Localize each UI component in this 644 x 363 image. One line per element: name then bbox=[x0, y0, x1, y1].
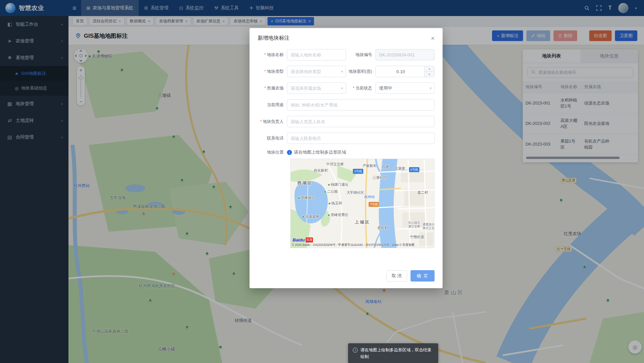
field-label-type: 地块类型 bbox=[258, 69, 287, 74]
modal-map-label: 双峰插云 bbox=[298, 196, 315, 200]
modal-map-label: 西湖区 bbox=[298, 180, 313, 186]
modal-map-label: 杭州站 bbox=[364, 195, 375, 199]
cancel-button[interactable]: 取 消 bbox=[386, 270, 408, 282]
modal-map-label: 钱塘门遗址 bbox=[328, 182, 348, 187]
confirm-button[interactable]: 确 定 bbox=[411, 270, 435, 282]
poi-dot-icon bbox=[328, 184, 330, 186]
field-label-status: 当前状态 bbox=[346, 86, 375, 91]
toast-text: 请在地图上绘制多边形区域，双击结束绘制 bbox=[360, 347, 434, 360]
location-hint: i 请在地图上绘制多边形区域 bbox=[287, 149, 346, 155]
metro-line-badge: 2号线 bbox=[353, 169, 363, 174]
parcel-code-input bbox=[375, 49, 435, 60]
field-label-usage: 当前用途 bbox=[258, 103, 287, 108]
modal-footer: 取 消 确 定 bbox=[258, 265, 435, 282]
close-icon[interactable]: × bbox=[431, 35, 435, 41]
modal-map-label: 钱王祠 bbox=[328, 201, 342, 206]
modal-title: 新增地块标注 bbox=[258, 35, 290, 42]
parcel-usage-input[interactable] bbox=[287, 99, 435, 111]
modal-map-label: 三堡社区 bbox=[373, 175, 387, 180]
modal-map-label: 上城区 bbox=[355, 219, 370, 225]
stepper-up-icon[interactable]: ▴ bbox=[425, 66, 434, 72]
parcel-type-select[interactable] bbox=[287, 66, 346, 77]
parcel-status-select[interactable] bbox=[375, 82, 435, 94]
parcel-manager-input[interactable] bbox=[287, 116, 435, 127]
modal-map-label: 二公园 bbox=[324, 189, 338, 194]
modal-draw-map[interactable]: 昌化新村中河立交桥产家新村四堡五堡渡三堡社区盈二村西湖区钱塘门遗址二公园大学路社… bbox=[290, 159, 435, 248]
field-label-phone: 联系电话 bbox=[258, 136, 287, 141]
modal-map-label: 通惠路分离式立交 bbox=[421, 223, 435, 230]
poi-dot-icon bbox=[328, 202, 331, 205]
modal-header: 新增地块标注 × bbox=[258, 35, 435, 42]
field-label-name: 地块名称 bbox=[258, 52, 287, 57]
info-icon: i bbox=[287, 150, 292, 155]
modal-map-label: 市心路互通立交桥 bbox=[407, 221, 422, 229]
app-root: 智慧农业 ≡ ⊞农场与基地管理系统⚙系统管理⊡系统监控⚒系统工具✈智脑科技 T … bbox=[0, 0, 644, 363]
add-parcel-modal: 新增地块标注 × 地块名称 地块编号 地块类型 ▾ bbox=[250, 28, 443, 288]
modal-map-label: 中河立交桥 bbox=[326, 162, 344, 167]
field-label-manager: 地块负责人 bbox=[258, 119, 287, 124]
info-icon: i bbox=[353, 348, 358, 353]
poi-dot-icon bbox=[302, 216, 305, 218]
parcel-name-input[interactable] bbox=[287, 49, 346, 60]
map-attribution: © 2025 Baidu - GS(2023)3206号 - 甲测资字11111… bbox=[292, 243, 415, 247]
parcel-farm-select[interactable] bbox=[287, 82, 346, 94]
modal-map-label: 盈二村 bbox=[418, 190, 428, 195]
field-label-location: 地块位置 bbox=[258, 150, 287, 155]
metro-line-badge: 7号线 bbox=[369, 202, 379, 207]
modal-map-label: 星民村 bbox=[377, 226, 388, 230]
field-label-code: 地块编号 bbox=[346, 52, 375, 57]
stepper-down-icon[interactable]: ▾ bbox=[425, 72, 434, 77]
poi-dot-icon bbox=[328, 214, 330, 216]
modal-map-label: 五堡渡 bbox=[394, 166, 405, 171]
draw-hint-toast: i 请在地图上绘制多边形区域，双击结束绘制 bbox=[348, 343, 438, 363]
field-label-area: 地块面积(亩) bbox=[346, 69, 375, 74]
modal-map-label: 昌化新村 bbox=[314, 168, 328, 173]
metro-line-badge: 2号线 bbox=[409, 167, 419, 172]
modal-map-label: 雷峰塔景区 bbox=[328, 213, 348, 217]
poi-dot-icon bbox=[324, 191, 326, 193]
parcel-phone-input[interactable] bbox=[287, 133, 435, 144]
poi-dot-icon bbox=[298, 197, 300, 199]
baidu-logo: Baidu 百度 bbox=[293, 237, 313, 242]
modal-map-label: 大学路社区 bbox=[346, 190, 364, 195]
field-label-farm: 所属农场 bbox=[258, 86, 287, 91]
number-stepper: ▴ ▾ bbox=[424, 66, 434, 77]
modal-map-label: 产家新村 bbox=[363, 164, 377, 168]
modal-form: 地块名称 地块编号 地块类型 ▾ 地块面积(亩) bbox=[258, 49, 435, 159]
modal-map-label: 宁围街道 bbox=[410, 235, 424, 239]
modal-map-label: 四堡 bbox=[382, 165, 389, 169]
modal-map-label: 花港观鱼 bbox=[302, 214, 319, 219]
